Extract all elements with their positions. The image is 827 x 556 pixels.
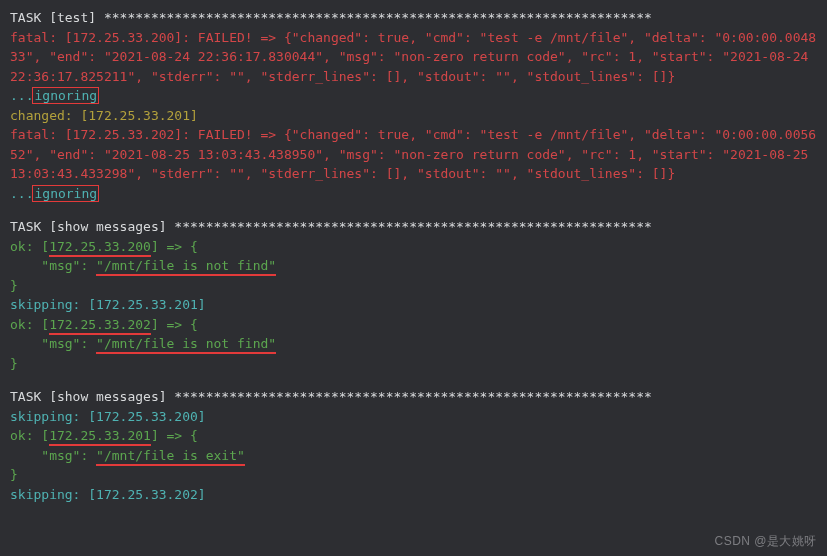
msg-highlight: "/mnt/file is not find" (96, 336, 276, 354)
msg-line: "msg": "/mnt/file is not find" (10, 336, 276, 354)
ignoring-highlight: ignoring (32, 87, 99, 104)
msg-line: "msg": "/mnt/file is not find" (10, 258, 276, 276)
task-header: TASK [show messages] *******************… (10, 219, 652, 234)
ok-line: ok: [172.25.33.202] => { (10, 317, 198, 335)
ip-highlight: 172.25.33.201 (49, 428, 151, 446)
ip-highlight: 172.25.33.200 (49, 239, 151, 257)
task-header: TASK [test] ****************************… (10, 10, 652, 25)
skipping-line: skipping: [172.25.33.200] (10, 409, 206, 424)
task-show-messages-1: TASK [show messages] *******************… (10, 217, 817, 373)
terminal-output: TASK [test] ****************************… (10, 8, 817, 504)
changed-line: changed: [172.25.33.201] (10, 108, 198, 123)
brace-line: } (10, 356, 18, 371)
ok-line: ok: [172.25.33.201] => { (10, 428, 198, 446)
ignoring-highlight: ignoring (32, 185, 99, 202)
msg-highlight: "/mnt/file is exit" (96, 448, 245, 466)
fatal-line: fatal: [172.25.33.202]: FAILED! => {"cha… (10, 127, 816, 181)
task-test-block: TASK [test] ****************************… (10, 8, 817, 203)
skipping-line: skipping: [172.25.33.201] (10, 297, 206, 312)
ignoring-line: ...ignoring (10, 186, 99, 201)
msg-line: "msg": "/mnt/file is exit" (10, 448, 245, 466)
msg-highlight: "/mnt/file is not find" (96, 258, 276, 276)
brace-line: } (10, 467, 18, 482)
task-show-messages-2: TASK [show messages] *******************… (10, 387, 817, 504)
task-header: TASK [show messages] *******************… (10, 389, 652, 404)
fatal-line: fatal: [172.25.33.200]: FAILED! => {"cha… (10, 30, 816, 84)
ok-line: ok: [172.25.33.200] => { (10, 239, 198, 257)
ip-highlight: 172.25.33.202 (49, 317, 151, 335)
brace-line: } (10, 278, 18, 293)
watermark: CSDN @是大姚呀 (714, 532, 817, 550)
ignoring-line: ...ignoring (10, 88, 99, 103)
skipping-line: skipping: [172.25.33.202] (10, 487, 206, 502)
